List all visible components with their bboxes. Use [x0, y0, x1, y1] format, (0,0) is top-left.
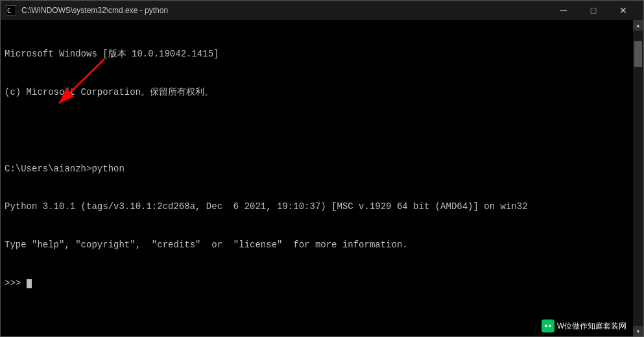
- svg-point-5: [549, 325, 551, 327]
- window-title: C:\WINDOWS\system32\cmd.exe - python: [21, 6, 168, 15]
- scrollbar[interactable]: ▲ ▼: [633, 20, 643, 336]
- maximize-button[interactable]: □: [578, 1, 608, 20]
- cmd-icon: C: [6, 5, 16, 16]
- scroll-down-button[interactable]: ▼: [633, 326, 643, 336]
- console-line-4: C:\Users\aianzh>python: [5, 163, 639, 176]
- console-line-6: Type "help", "copyright", "credits" or "…: [5, 239, 639, 252]
- console-prompt: >>>: [5, 277, 639, 290]
- svg-text:C: C: [7, 7, 11, 14]
- scroll-up-button[interactable]: ▲: [633, 20, 643, 31]
- window-controls: ─ □ ✕: [549, 1, 638, 20]
- minimize-button[interactable]: ─: [549, 1, 578, 20]
- console-line-1: Microsoft Windows [版本 10.0.19042.1415]: [5, 48, 639, 61]
- scrollbar-thumb[interactable]: [634, 41, 642, 67]
- wechat-icon: [542, 319, 555, 332]
- svg-point-4: [545, 325, 547, 327]
- title-bar: C C:\WINDOWS\system32\cmd.exe - python ─…: [1, 1, 643, 20]
- console-output: Microsoft Windows [版本 10.0.19042.1415] (…: [5, 23, 639, 316]
- console-line-3: [5, 125, 639, 138]
- watermark: W位做作知庭套装网: [538, 318, 630, 334]
- console-body[interactable]: Microsoft Windows [版本 10.0.19042.1415] (…: [1, 20, 643, 336]
- cursor: [27, 279, 32, 288]
- console-line-5: Python 3.10.1 (tags/v3.10.1:2cd268a, Dec…: [5, 201, 639, 214]
- console-line-2: (c) Microsoft Corporation。保留所有权利。: [5, 86, 639, 99]
- cmd-window: C C:\WINDOWS\system32\cmd.exe - python ─…: [0, 0, 644, 337]
- close-button[interactable]: ✕: [608, 1, 638, 20]
- watermark-text: W位做作知庭套装网: [557, 321, 626, 332]
- title-bar-left: C C:\WINDOWS\system32\cmd.exe - python: [6, 5, 168, 16]
